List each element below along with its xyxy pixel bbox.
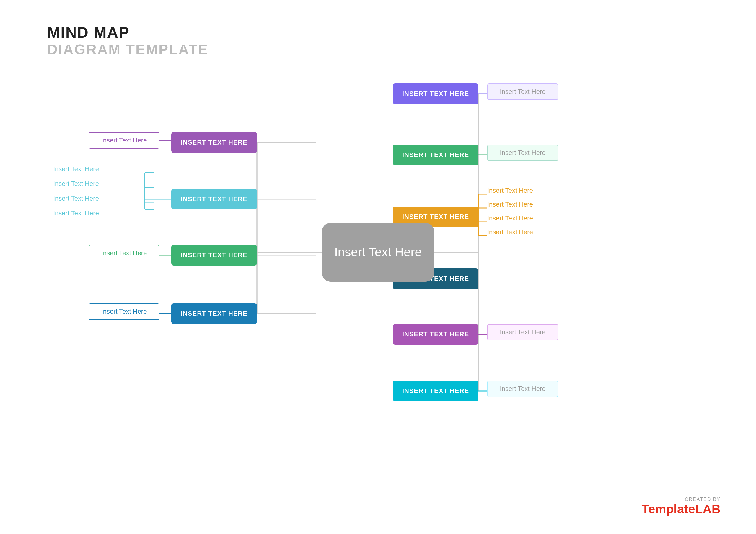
lb4-node[interactable]: INSERT TEXT HERE: [171, 303, 257, 324]
rb6-child[interactable]: Insert Text Here: [487, 381, 558, 397]
lb3-child[interactable]: Insert Text Here: [89, 245, 159, 261]
lb1-child[interactable]: Insert Text Here: [89, 132, 159, 149]
rb3-child3: Insert Text Here: [487, 215, 533, 222]
title-main: MIND MAP: [47, 24, 208, 41]
title-section: MIND MAP DIAGRAM TEMPLATE: [47, 24, 208, 58]
page: MIND MAP DIAGRAM TEMPLATE: [0, 0, 756, 534]
rb5-node[interactable]: INSERT TEXT HERE: [393, 324, 478, 344]
branding: CREATED BY TemplateLAB: [641, 497, 720, 516]
lb2-child1: Insert Text Here: [53, 165, 99, 173]
branding-plain: Template: [641, 502, 695, 516]
lb2-child4: Insert Text Here: [53, 210, 99, 217]
rb5-child[interactable]: Insert Text Here: [487, 324, 558, 341]
lb4-child[interactable]: Insert Text Here: [89, 303, 159, 320]
branding-bold: LAB: [695, 502, 720, 516]
lb2-child3: Insert Text Here: [53, 195, 99, 202]
lb3-node[interactable]: INSERT TEXT HERE: [171, 245, 257, 266]
center-node-label: Insert Text Here: [334, 245, 422, 259]
center-node: Insert Text Here: [322, 223, 434, 282]
lb2-node[interactable]: INSERT TEXT HERE: [171, 189, 257, 210]
rb2-child[interactable]: Insert Text Here: [487, 144, 558, 161]
rb6-node[interactable]: INSERT TEXT HERE: [393, 381, 478, 401]
title-sub: DIAGRAM TEMPLATE: [47, 41, 208, 58]
lb1-node[interactable]: INSERT TEXT HERE: [171, 132, 257, 153]
branding-created: CREATED BY: [685, 497, 720, 502]
rb2-node[interactable]: INSERT TEXT HERE: [393, 144, 478, 165]
rb3-child2: Insert Text Here: [487, 201, 533, 208]
rb3-child1: Insert Text Here: [487, 187, 533, 194]
rb1-node[interactable]: INSERT TEXT HERE: [393, 84, 478, 104]
rb3-child4: Insert Text Here: [487, 228, 533, 236]
branding-name: TemplateLAB: [641, 502, 720, 516]
lb2-child2: Insert Text Here: [53, 180, 99, 188]
rb1-child[interactable]: Insert Text Here: [487, 84, 558, 100]
